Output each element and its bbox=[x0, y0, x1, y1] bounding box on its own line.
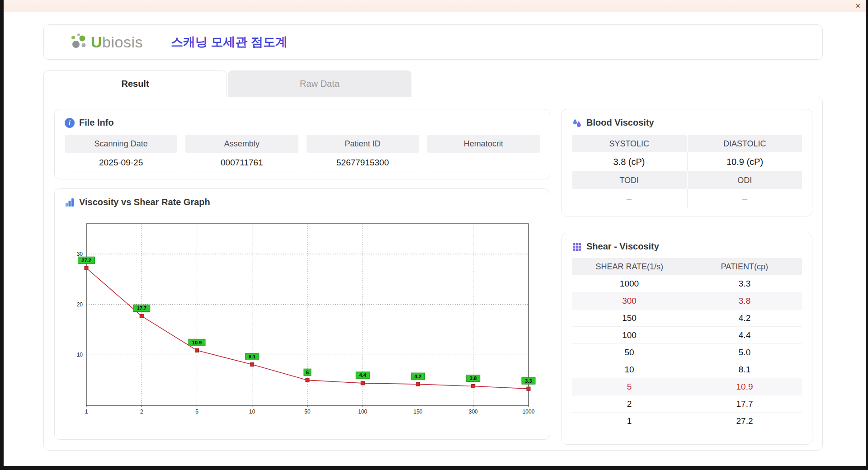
header-card: Ubiosis 스캐닝 모세관 점도계 bbox=[43, 24, 823, 60]
left-column: i File Info Scanning Date 2025-09-25 Ass… bbox=[54, 109, 550, 440]
logo-u: U bbox=[91, 33, 102, 51]
file-info-title-row: i File Info bbox=[65, 118, 540, 128]
table-row: 1504.2 bbox=[572, 310, 802, 327]
table-row: 217.7 bbox=[572, 395, 802, 413]
patient-cell: 8.1 bbox=[687, 361, 802, 378]
field-value bbox=[427, 153, 540, 173]
shear-rate-cell: 2 bbox=[572, 395, 687, 412]
svg-text:8.1: 8.1 bbox=[249, 354, 255, 359]
field-hematocrit: Hematocrit bbox=[427, 135, 540, 173]
table-icon bbox=[572, 242, 582, 252]
patient-cell: 27.2 bbox=[687, 413, 802, 430]
svg-text:27.2: 27.2 bbox=[81, 258, 91, 263]
file-info-title: File Info bbox=[79, 118, 114, 128]
svg-text:10.9: 10.9 bbox=[192, 340, 201, 345]
shear-viscosity-card: Shear - Viscosity SHEAR RATE(1/s) PATIEN… bbox=[561, 233, 812, 445]
app-window: × Ubiosis 스캐닝 모세관 점도계 Result Raw Data bbox=[4, 0, 866, 466]
svg-text:10: 10 bbox=[249, 409, 255, 415]
svg-text:100: 100 bbox=[358, 409, 367, 415]
todi-label: TODI bbox=[572, 172, 687, 189]
table-row: 10003.3 bbox=[572, 275, 802, 292]
table-row: 108.1 bbox=[572, 361, 802, 378]
table-row: 505.0 bbox=[572, 344, 802, 361]
patient-cell: 10.9 bbox=[687, 378, 802, 395]
droplets-icon bbox=[572, 118, 582, 128]
systolic-label: SYSTOLIC bbox=[572, 135, 687, 152]
page-title: 스캐닝 모세관 점도계 bbox=[171, 34, 288, 50]
patient-cell: 4.2 bbox=[687, 310, 802, 326]
column-header-shear-rate: SHEAR RATE(1/s) bbox=[572, 258, 687, 275]
field-scanning-date: Scanning Date 2025-09-25 bbox=[65, 135, 177, 173]
blood-viscosity-title-row: Blood Viscosity bbox=[572, 118, 802, 128]
patient-cell: 3.8 bbox=[687, 292, 802, 309]
shear-rate-cell: 300 bbox=[572, 292, 687, 309]
svg-text:1: 1 bbox=[85, 409, 88, 415]
bv-value-row: 3.8 (cP) 10.9 (cP) bbox=[572, 152, 802, 172]
field-label: Hematocrit bbox=[427, 135, 540, 153]
svg-text:2: 2 bbox=[140, 409, 143, 415]
blood-viscosity-grid: SYSTOLIC DIASTOLIC 3.8 (cP) 10.9 (cP) TO… bbox=[572, 135, 802, 208]
shear-rate-cell: 50 bbox=[572, 344, 687, 361]
blood-viscosity-card: Blood Viscosity SYSTOLIC DIASTOLIC 3.8 (… bbox=[561, 109, 812, 216]
shear-table-header: SHEAR RATE(1/s) PATIENT(cp) bbox=[572, 258, 802, 275]
todi-value: – bbox=[572, 189, 686, 208]
odi-value: – bbox=[687, 189, 802, 208]
bv-header-row: TODI ODI bbox=[572, 172, 802, 189]
column-header-patient: PATIENT(cp) bbox=[687, 258, 802, 275]
shear-rate-cell: 100 bbox=[572, 327, 687, 343]
svg-text:4.4: 4.4 bbox=[359, 372, 366, 378]
field-label: Assembly bbox=[185, 135, 298, 153]
file-info-fields: Scanning Date 2025-09-25 Assembly 000711… bbox=[65, 135, 540, 173]
odi-label: ODI bbox=[688, 172, 802, 189]
logo-rest: biosis bbox=[102, 33, 143, 51]
systolic-value: 3.8 (cP) bbox=[572, 152, 686, 172]
bv-header-row: SYSTOLIC DIASTOLIC bbox=[572, 135, 802, 152]
page: Ubiosis 스캐닝 모세관 점도계 Result Raw Data i Fi… bbox=[4, 12, 866, 451]
field-value: 000711761 bbox=[185, 153, 298, 173]
table-row: 3003.8 bbox=[572, 292, 802, 310]
svg-text:4.2: 4.2 bbox=[414, 374, 421, 379]
shear-rate-cell: 150 bbox=[572, 310, 687, 326]
bv-value-row: – – bbox=[572, 189, 802, 208]
tab-bar: Result Raw Data bbox=[43, 70, 823, 97]
tab-raw-data[interactable]: Raw Data bbox=[228, 70, 411, 97]
file-info-card: i File Info Scanning Date 2025-09-25 Ass… bbox=[54, 109, 550, 179]
patient-cell: 5.0 bbox=[687, 344, 802, 361]
table-row: 127.2 bbox=[572, 413, 802, 430]
svg-text:3.8: 3.8 bbox=[470, 376, 476, 381]
titlebar: × bbox=[4, 0, 866, 12]
patient-cell: 4.4 bbox=[687, 327, 802, 343]
tab-result[interactable]: Result bbox=[43, 70, 227, 97]
svg-text:300: 300 bbox=[468, 409, 477, 415]
diastolic-label: DIASTOLIC bbox=[688, 135, 802, 152]
close-icon[interactable]: × bbox=[855, 1, 860, 11]
result-panel: i File Info Scanning Date 2025-09-25 Ass… bbox=[43, 97, 823, 451]
field-patient-id: Patient ID 52677915300 bbox=[307, 135, 419, 173]
patient-cell: 17.7 bbox=[687, 395, 802, 412]
shear-table-body: 10003.33003.81504.21004.4505.0108.1510.9… bbox=[572, 275, 802, 430]
svg-text:1000: 1000 bbox=[522, 409, 534, 415]
svg-text:5: 5 bbox=[306, 370, 308, 375]
field-value: 52677915300 bbox=[307, 153, 419, 173]
shear-rate-cell: 1 bbox=[572, 413, 687, 430]
logo-wordmark: Ubiosis bbox=[91, 33, 143, 51]
ubiosis-logo: Ubiosis bbox=[69, 33, 143, 52]
diastolic-value: 10.9 (cP) bbox=[687, 152, 802, 172]
bar-chart-icon bbox=[65, 197, 75, 207]
logo-leaf-icon bbox=[69, 33, 89, 52]
graph-card: Viscosity vs Shear Rate Graph 1020301251… bbox=[54, 188, 550, 440]
svg-text:3.3: 3.3 bbox=[525, 378, 532, 384]
field-label: Patient ID bbox=[307, 135, 419, 153]
svg-text:5: 5 bbox=[195, 409, 198, 415]
field-assembly: Assembly 000711761 bbox=[185, 135, 298, 173]
shear-rate-cell: 10 bbox=[572, 361, 687, 378]
info-icon: i bbox=[65, 118, 75, 128]
table-row: 1004.4 bbox=[572, 327, 802, 344]
field-label: Scanning Date bbox=[65, 135, 177, 153]
svg-text:10: 10 bbox=[76, 352, 83, 358]
graph-title-row: Viscosity vs Shear Rate Graph bbox=[65, 197, 540, 207]
shear-viscosity-title: Shear - Viscosity bbox=[586, 241, 659, 252]
blood-viscosity-title: Blood Viscosity bbox=[586, 118, 654, 128]
graph-title: Viscosity vs Shear Rate Graph bbox=[79, 197, 210, 207]
field-value: 2025-09-25 bbox=[65, 153, 177, 173]
